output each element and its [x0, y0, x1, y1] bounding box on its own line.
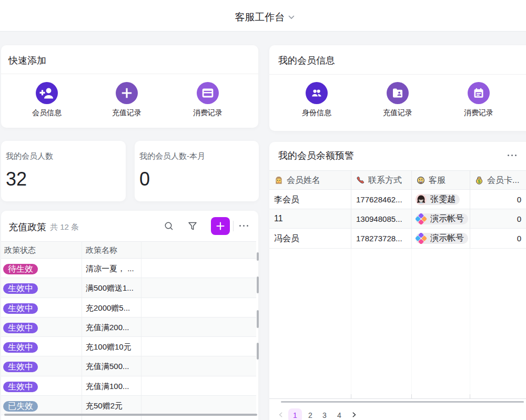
svg-text:$: $	[478, 178, 481, 184]
